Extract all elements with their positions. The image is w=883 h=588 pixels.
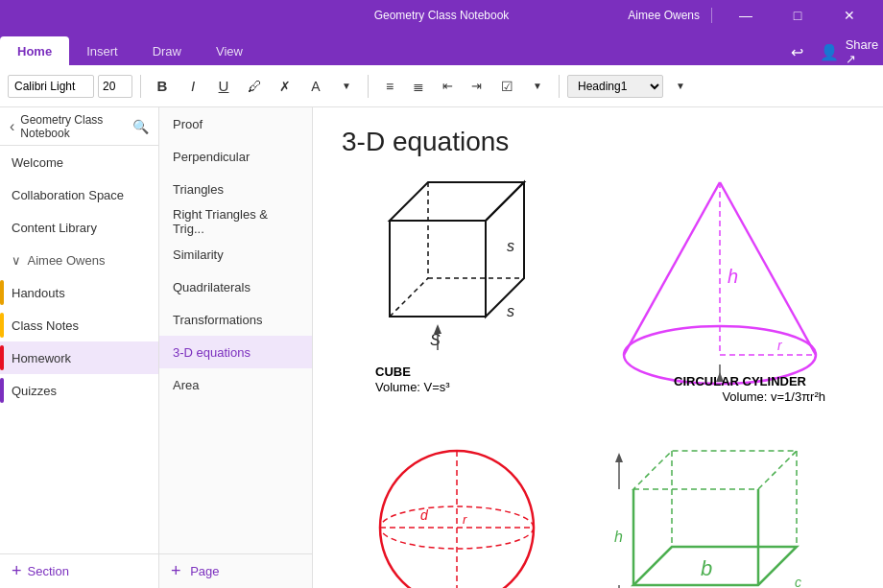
heading-chevron[interactable]: ▼ [667,73,694,100]
plus-icon: + [12,561,22,581]
sidebar-item-content-library[interactable]: Content Library [0,211,158,244]
sidebar-section-aimee[interactable]: ∨ Aimee Owens [0,244,158,276]
sidebar-notebook-title: Geometry Class Notebook [20,113,132,140]
svg-marker-36 [615,453,623,462]
sidebar: ‹ Geometry Class Notebook 🔍 Welcome Coll… [0,107,159,588]
tab-home[interactable]: Home [0,36,69,65]
toolbar-separator-3 [559,75,560,98]
bold-button[interactable]: B [149,73,176,100]
style-chevron[interactable]: ▼ [524,73,551,100]
svg-text:r: r [463,512,467,527]
page-perpendicular[interactable]: Perpendicular [159,140,312,173]
sidebar-item-handouts[interactable]: Handouts [0,276,158,309]
handouts-bar [0,280,4,305]
sidebar-header: ‹ Geometry Class Notebook 🔍 [0,107,158,146]
cylinder-label: CIRCULAR CYLINDER [674,374,806,388]
svg-marker-10 [434,324,442,334]
toolbar-separator-2 [368,75,369,98]
heading-select[interactable]: Heading1 Heading2 Normal [567,75,663,98]
cylinder-volume: Volume: v=1/3πr²h [722,389,825,404]
numbered-list-button[interactable]: ≣ [405,73,432,100]
homework-bar [0,345,4,370]
sidebar-back-button[interactable]: ‹ [10,118,14,135]
close-button[interactable]: ✕ [827,0,871,31]
share-button[interactable]: Share ↗ [848,38,875,65]
page-similarity[interactable]: Similarity [159,238,312,270]
svg-marker-27 [633,451,797,489]
cube-label: CUBE [375,365,411,379]
page-proof[interactable]: Proof [159,107,312,140]
svg-marker-26 [633,547,797,585]
search-icon[interactable]: 🔍 [132,119,149,134]
page-triangles[interactable]: Triangles [159,173,312,205]
font-color-chevron[interactable]: ▼ [333,73,360,100]
classnotes-bar [0,313,4,338]
pages-panel: Proof Perpendicular Triangles Right Tria… [159,107,313,588]
title-divider [711,8,712,23]
font-size-input[interactable] [98,75,132,98]
page-right-triangles[interactable]: Right Triangles & Trig... [159,205,312,238]
page-3d-equations[interactable]: 3-D equations [159,336,312,368]
svg-text:h: h [614,529,623,545]
content-area: 3-D equations s s S [313,107,883,588]
maximize-button[interactable]: □ [776,0,820,31]
sphere-svg: d r [370,441,543,588]
window-title: Geometry Class Notebook [374,9,510,22]
sidebar-header-left: ‹ Geometry Class Notebook [10,113,132,140]
cone-svg: h r [614,173,825,393]
cube-volume: Volume: V=s³ [375,380,450,394]
tab-draw[interactable]: Draw [135,36,199,65]
font-name-input[interactable] [8,75,94,98]
svg-marker-2 [486,182,524,317]
underline-button[interactable]: U [210,73,237,100]
svg-text:d: d [420,507,429,523]
person-icon: 👤 [816,38,843,65]
quizzes-bar [0,378,4,403]
toolbar: B I U 🖊 ✗ A ▼ ≡ ≣ ⇤ ⇥ ☑ ▼ Heading1 Headi… [0,65,883,107]
indent-button[interactable]: ⇥ [463,73,489,100]
svg-text:r: r [777,338,783,353]
add-page-button[interactable]: + Page [159,553,312,588]
ribbon-tabs: Home Insert Draw View ↩ 👤 Share ↗ [0,31,883,65]
title-bar-right: Aimee Owens — □ ✕ [628,0,871,31]
clear-format-button[interactable]: ✗ [272,73,298,100]
add-section-button[interactable]: + Section [0,553,158,588]
toolbar-separator-1 [140,75,141,98]
tab-view[interactable]: View [199,36,260,65]
sidebar-item-homework[interactable]: Homework [0,341,158,374]
cube-svg: s s S [361,173,553,384]
title-bar: Geometry Class Notebook Aimee Owens — □ … [0,0,883,31]
svg-text:b: b [701,556,712,580]
minimize-button[interactable]: — [724,0,768,31]
sidebar-item-welcome[interactable]: Welcome [0,146,158,178]
checkbox-button[interactable]: ☑ [493,73,520,100]
svg-text:S: S [430,332,441,348]
undo-button[interactable]: ↩ [783,38,810,65]
svg-text:c: c [795,575,801,588]
page-transformations[interactable]: Transformations [159,303,312,336]
list-buttons: ≡ ≣ ⇤ ⇥ [376,73,489,100]
prism-svg: h b c [605,441,835,588]
sidebar-nav: Welcome Collaboration Space Content Libr… [0,146,158,553]
tab-insert[interactable]: Insert [69,36,135,65]
page-title: 3-D equations [342,127,854,157]
sidebar-item-collaboration[interactable]: Collaboration Space [0,178,158,211]
drawings-area: s s S CUBE Volume: V=s³ h [342,173,854,588]
svg-text:s: s [507,303,514,319]
sidebar-item-classnotes[interactable]: Class Notes [0,309,158,341]
svg-text:h: h [728,266,738,287]
svg-text:s: s [507,238,514,254]
plus-icon-page: + [171,561,181,581]
highlight-button[interactable]: 🖊 [241,73,268,100]
sidebar-item-quizzes[interactable]: Quizzes [0,374,158,407]
main-layout: ‹ Geometry Class Notebook 🔍 Welcome Coll… [0,107,883,588]
page-quadrilaterals[interactable]: Quadrilaterals [159,270,312,303]
font-color-button[interactable]: A [302,73,329,100]
svg-line-3 [390,278,428,317]
italic-button[interactable]: I [179,73,206,100]
user-name: Aimee Owens [628,9,700,22]
bullet-list-button[interactable]: ≡ [376,73,403,100]
page-area[interactable]: Area [159,368,312,401]
outdent-button[interactable]: ⇤ [434,73,461,100]
